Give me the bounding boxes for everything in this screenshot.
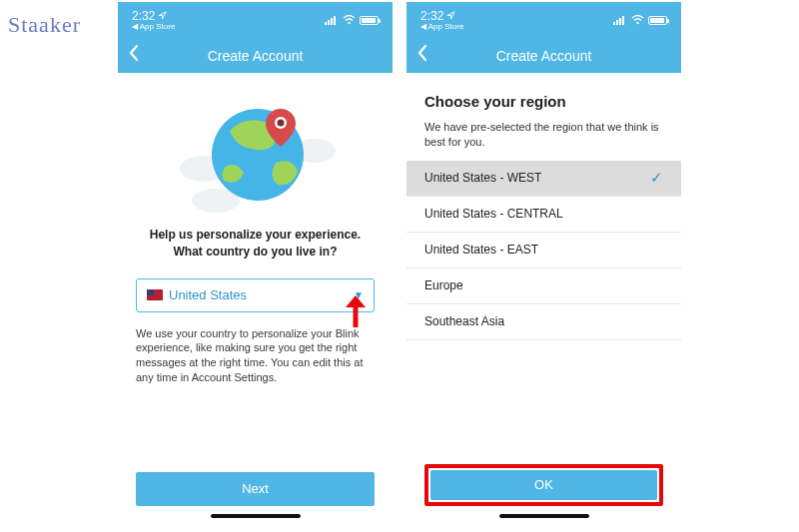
region-item-us-east[interactable]: United States - EAST xyxy=(406,233,681,268)
status-time: 2:32 xyxy=(132,10,175,22)
content-area: Choose your region We have pre-selected … xyxy=(406,73,681,530)
status-right xyxy=(613,15,667,25)
back-button[interactable] xyxy=(128,44,140,67)
phone-screen-2: 2:32 ◀ App Store Create Account Choose y… xyxy=(406,2,681,530)
nav-bar: Create Account xyxy=(118,38,393,73)
region-title: Choose your region xyxy=(424,93,663,110)
status-left: 2:32 ◀ App Store xyxy=(132,10,175,31)
svg-rect-1 xyxy=(328,20,330,25)
status-bar: 2:32 ◀ App Store xyxy=(118,2,393,38)
nav-title: Create Account xyxy=(406,48,681,64)
globe-illustration xyxy=(136,85,375,227)
home-indicator[interactable] xyxy=(499,514,589,518)
signal-icon xyxy=(325,16,339,25)
svg-rect-13 xyxy=(619,18,621,25)
back-to-appstore[interactable]: ◀ App Store xyxy=(420,23,463,31)
home-indicator[interactable] xyxy=(211,514,301,518)
status-right xyxy=(325,15,379,25)
nav-title: Create Account xyxy=(118,48,393,64)
battery-icon xyxy=(648,16,667,25)
country-disclaimer: We use your country to personalize your … xyxy=(136,326,375,385)
watermark-text: Staaker xyxy=(8,12,81,38)
country-selected-value: United States xyxy=(169,287,247,302)
svg-point-15 xyxy=(636,22,638,24)
annotation-arrow-icon xyxy=(341,293,371,329)
signal-icon xyxy=(613,16,627,25)
region-item-europe[interactable]: Europe xyxy=(406,268,681,304)
next-button[interactable]: Next xyxy=(136,472,375,506)
back-to-appstore[interactable]: ◀ App Store xyxy=(132,23,175,31)
region-item-se-asia[interactable]: Southeast Asia xyxy=(406,304,681,340)
region-item-label: United States - EAST xyxy=(424,243,538,257)
personalize-heading: Help us personalize your experience. Wha… xyxy=(136,227,375,261)
wifi-icon xyxy=(343,15,356,25)
nav-bar: Create Account xyxy=(406,38,681,73)
ok-button[interactable]: OK xyxy=(430,470,657,500)
country-dropdown[interactable]: United States ▼ xyxy=(136,278,375,312)
region-item-label: Europe xyxy=(424,278,463,292)
region-item-label: Southeast Asia xyxy=(424,314,504,328)
phone-screen-1: 2:32 ◀ App Store Create Account xyxy=(118,2,393,530)
annotation-highlight-box: OK xyxy=(424,464,663,506)
status-bar: 2:32 ◀ App Store xyxy=(406,2,681,38)
phone-row: 2:32 ◀ App Store Create Account xyxy=(0,0,799,530)
wifi-icon xyxy=(631,15,644,25)
svg-rect-2 xyxy=(331,18,333,25)
check-icon: ✓ xyxy=(650,169,663,187)
region-list: United States - WEST ✓ United States - C… xyxy=(406,161,681,340)
svg-rect-3 xyxy=(334,16,336,25)
location-icon xyxy=(158,11,167,20)
back-button[interactable] xyxy=(416,44,428,67)
status-left: 2:32 ◀ App Store xyxy=(420,10,463,31)
us-flag-icon xyxy=(147,289,163,300)
svg-rect-11 xyxy=(613,22,615,25)
region-item-us-west[interactable]: United States - WEST ✓ xyxy=(406,161,681,197)
battery-icon xyxy=(360,16,379,25)
svg-rect-12 xyxy=(616,20,618,25)
status-time: 2:32 xyxy=(420,10,463,22)
svg-rect-14 xyxy=(622,16,624,25)
svg-rect-0 xyxy=(325,22,327,25)
svg-point-10 xyxy=(277,120,284,127)
region-item-label: United States - WEST xyxy=(424,171,541,185)
location-icon xyxy=(446,11,455,20)
region-item-us-central[interactable]: United States - CENTRAL xyxy=(406,197,681,233)
region-item-label: United States - CENTRAL xyxy=(424,207,563,221)
svg-point-4 xyxy=(348,22,350,24)
region-subtitle: We have pre-selected the region that we … xyxy=(424,120,663,151)
